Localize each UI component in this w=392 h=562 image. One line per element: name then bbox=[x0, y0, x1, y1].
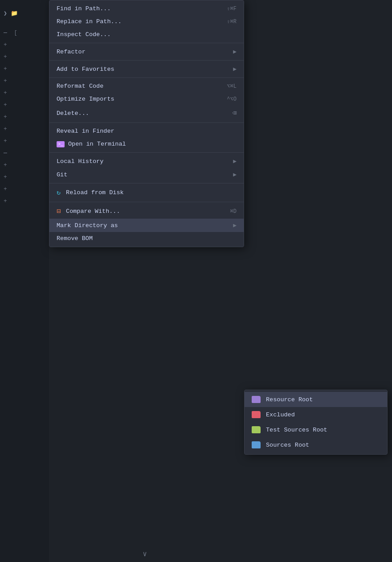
reload-icon: ↻ bbox=[57, 188, 61, 197]
submenu-item-excluded[interactable]: Excluded bbox=[245, 407, 387, 422]
menu-item-label: ↻ Reload from Disk bbox=[57, 188, 124, 197]
sidebar-row: + bbox=[0, 135, 49, 147]
menu-item-inspect-code[interactable]: Inspect Code... bbox=[49, 28, 244, 41]
sidebar-row: + bbox=[0, 87, 49, 99]
folder-blue-icon bbox=[252, 441, 261, 448]
context-menu: Find in Path... ⇧⌘F Replace in Path... ⇧… bbox=[49, 0, 244, 247]
sidebar-row: + bbox=[0, 39, 49, 51]
menu-item-label: ⊟ Compare With... bbox=[57, 207, 120, 216]
submenu-arrow-icon: ▶ bbox=[233, 65, 237, 73]
folder-green-icon bbox=[252, 426, 261, 433]
separator bbox=[49, 77, 244, 78]
submenu-item-label: Resource Root bbox=[266, 396, 313, 403]
menu-item-optimize-imports[interactable]: Optimize Imports ^⌥O bbox=[49, 93, 244, 106]
separator bbox=[49, 183, 244, 183]
submenu-arrow-icon: ▶ bbox=[233, 171, 237, 178]
sidebar-row: + bbox=[0, 183, 49, 195]
menu-shortcut: ⌫ bbox=[232, 109, 237, 118]
sidebar-row: — [ bbox=[0, 27, 49, 39]
menu-item-git[interactable]: Git ▶ bbox=[49, 168, 244, 181]
submenu-item-label: Sources Root bbox=[266, 442, 309, 448]
submenu-item-resource-root[interactable]: Resource Root bbox=[245, 392, 387, 407]
menu-item-label: Optimize Imports bbox=[57, 96, 114, 102]
menu-item-label: Reformat Code bbox=[57, 83, 103, 90]
sidebar-row: + bbox=[0, 75, 49, 87]
menu-item-label: Remove BOM bbox=[57, 235, 93, 242]
menu-item-delete[interactable]: Delete... ⌫ bbox=[49, 106, 244, 121]
menu-item-label: Add to Favorites bbox=[57, 66, 114, 73]
menu-item-label: Delete... bbox=[57, 110, 89, 117]
sidebar-tree: — [ + + + + + + + + + — + + + + bbox=[0, 27, 49, 207]
menu-item-reload-from-disk[interactable]: ↻ Reload from Disk bbox=[49, 185, 244, 200]
sidebar-row: + bbox=[0, 195, 49, 207]
menu-item-remove-bom[interactable]: Remove BOM bbox=[49, 232, 244, 245]
sidebar-row: + bbox=[0, 51, 49, 63]
menu-shortcut: ⇧⌘R bbox=[227, 18, 237, 25]
menu-shortcut: ⌥⌘L bbox=[227, 83, 237, 90]
mark-directory-submenu: Resource Root Excluded Test Sources Root… bbox=[244, 390, 388, 455]
menu-item-reveal-in-finder[interactable]: Reveal in Finder bbox=[49, 125, 244, 138]
sidebar-row: + bbox=[0, 171, 49, 183]
separator bbox=[49, 202, 244, 202]
menu-item-label: Git bbox=[57, 171, 67, 178]
submenu-item-sources-root[interactable]: Sources Root bbox=[245, 437, 387, 452]
menu-item-refactor[interactable]: Refactor ▶ bbox=[49, 45, 244, 58]
separator bbox=[49, 60, 244, 61]
menu-item-mark-directory-as[interactable]: Mark Directory as ▶ bbox=[49, 219, 244, 232]
menu-item-label: Refactor bbox=[57, 49, 86, 55]
separator bbox=[49, 122, 244, 123]
sidebar-row: — bbox=[0, 147, 49, 159]
menu-item-replace-in-path[interactable]: Replace in Path... ⇧⌘R bbox=[49, 15, 244, 28]
menu-item-add-to-favorites[interactable]: Add to Favorites ▶ bbox=[49, 62, 244, 76]
submenu-item-label: Test Sources Root bbox=[266, 427, 327, 433]
terminal-icon: >_ bbox=[57, 141, 65, 147]
menu-item-compare-with[interactable]: ⊟ Compare With... ⌘D bbox=[49, 204, 244, 219]
folder-red-icon bbox=[252, 411, 261, 418]
separator bbox=[49, 152, 244, 153]
menu-item-reformat-code[interactable]: Reformat Code ⌥⌘L bbox=[49, 80, 244, 93]
sidebar-row: + bbox=[0, 111, 49, 123]
menu-shortcut: ⌘D bbox=[230, 208, 237, 215]
submenu-arrow-icon: ▶ bbox=[233, 158, 237, 165]
menu-item-open-in-terminal[interactable]: >_ Open in Terminal bbox=[49, 138, 244, 151]
menu-item-label: >_ Open in Terminal bbox=[57, 141, 126, 147]
top-bar: ❯ 📁 bbox=[0, 0, 49, 27]
folder-icon: 📁 bbox=[11, 10, 18, 17]
menu-item-label: Reveal in Finder bbox=[57, 128, 114, 134]
menu-item-label: Mark Directory as bbox=[57, 222, 118, 229]
menu-item-label: Replace in Path... bbox=[57, 18, 122, 25]
sidebar-row: + bbox=[0, 99, 49, 111]
menu-item-find-in-path[interactable]: Find in Path... ⇧⌘F bbox=[49, 2, 244, 15]
scroll-down-indicator[interactable]: ∨ bbox=[143, 550, 147, 558]
menu-item-label: Find in Path... bbox=[57, 5, 111, 12]
menu-item-local-history[interactable]: Local History ▶ bbox=[49, 155, 244, 168]
separator bbox=[49, 43, 244, 43]
submenu-item-test-sources-root[interactable]: Test Sources Root bbox=[245, 422, 387, 437]
sidebar-row: + bbox=[0, 123, 49, 135]
menu-item-label: Inspect Code... bbox=[57, 31, 111, 38]
compare-icon: ⊟ bbox=[57, 207, 61, 216]
submenu-item-label: Excluded bbox=[266, 411, 295, 418]
menu-shortcut: ^⌥O bbox=[227, 96, 237, 102]
chevron-icon: ❯ bbox=[4, 10, 7, 17]
submenu-arrow-icon: ▶ bbox=[233, 222, 237, 229]
submenu-arrow-icon: ▶ bbox=[233, 48, 237, 55]
sidebar-row: + bbox=[0, 159, 49, 171]
menu-item-label: Local History bbox=[57, 158, 103, 165]
folder-purple-icon bbox=[252, 396, 261, 403]
sidebar-row: + bbox=[0, 63, 49, 75]
menu-shortcut: ⇧⌘F bbox=[227, 5, 237, 12]
